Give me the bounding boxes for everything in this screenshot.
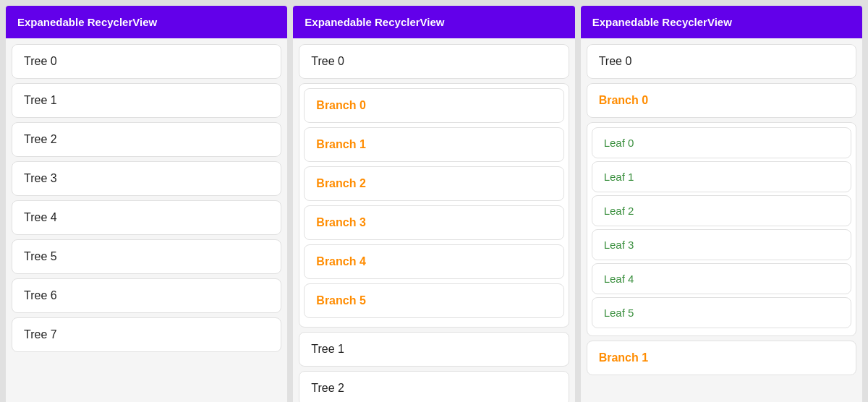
branch-item[interactable]: Branch 5 — [304, 283, 563, 318]
tree-item[interactable]: Tree 5 — [12, 239, 281, 274]
leaf-item[interactable]: Leaf 4 — [592, 263, 851, 294]
tree-item[interactable]: Tree 1 — [299, 332, 569, 367]
branch-item[interactable]: Branch 1 — [304, 127, 563, 162]
tree-item[interactable]: Tree 4 — [12, 200, 281, 235]
branch-item[interactable]: Branch 0 — [304, 88, 563, 123]
leaf-item[interactable]: Leaf 5 — [592, 297, 851, 328]
branch-item[interactable]: Branch 1 — [587, 341, 856, 375]
branch-item[interactable]: Branch 0 — [587, 83, 856, 118]
panel-1: Expanedable RecyclerView Tree 0Tree 1Tre… — [6, 6, 287, 402]
leaves-container: Leaf 0Leaf 1Leaf 2Leaf 3Leaf 4Leaf 5 — [587, 122, 856, 336]
tree-item[interactable]: Tree 0 — [299, 44, 569, 79]
branch-item[interactable]: Branch 4 — [304, 244, 563, 279]
panel-2: Expanedable RecyclerView Tree 0Branch 0B… — [293, 6, 574, 402]
tree-item[interactable]: Tree 0 — [12, 44, 281, 79]
tree-item[interactable]: Tree 3 — [12, 161, 281, 196]
branch-item[interactable]: Branch 2 — [304, 166, 563, 201]
branch-item[interactable]: Branch 3 — [304, 205, 563, 240]
panel-1-header: Expanedable RecyclerView — [6, 6, 287, 38]
leaf-item[interactable]: Leaf 3 — [592, 229, 851, 260]
tree-item[interactable]: Tree 2 — [12, 122, 281, 157]
panel-2-header: Expanedable RecyclerView — [293, 6, 574, 38]
tree-item[interactable]: Tree 0 — [587, 44, 856, 79]
leaf-item[interactable]: Leaf 1 — [592, 161, 851, 192]
panel-1-content: Tree 0Tree 1Tree 2Tree 3Tree 4Tree 5Tree… — [6, 38, 287, 402]
branches-container: Branch 0Branch 1Branch 2Branch 3Branch 4… — [299, 83, 569, 328]
panel-3: Expanedable RecyclerView Tree 0Branch 0L… — [581, 6, 862, 402]
panel-3-header: Expanedable RecyclerView — [581, 6, 862, 38]
panel-2-content: Tree 0Branch 0Branch 1Branch 2Branch 3Br… — [293, 38, 574, 402]
tree-item[interactable]: Tree 6 — [12, 278, 281, 313]
tree-item[interactable]: Tree 1 — [12, 83, 281, 118]
leaf-item[interactable]: Leaf 0 — [592, 127, 851, 158]
tree-item[interactable]: Tree 2 — [299, 371, 569, 402]
tree-item[interactable]: Tree 7 — [12, 317, 281, 352]
leaf-item[interactable]: Leaf 2 — [592, 195, 851, 226]
panel-3-content: Tree 0Branch 0Leaf 0Leaf 1Leaf 2Leaf 3Le… — [581, 38, 862, 402]
